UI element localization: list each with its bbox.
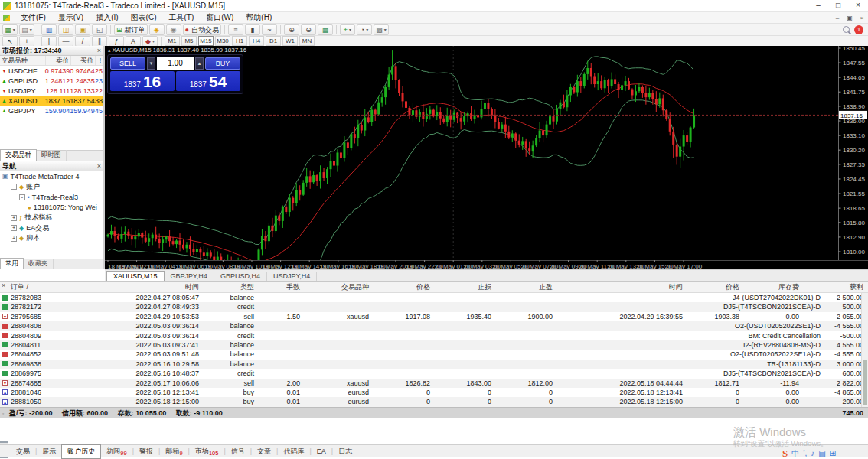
terminal-tab-7[interactable]: 信号	[226, 445, 250, 458]
terminal-close-icon[interactable]: ×	[2, 282, 5, 289]
terminal-tab-6[interactable]: 市场105	[190, 444, 224, 458]
minimize-button[interactable]: –	[808, 0, 828, 11]
zoom-out-button[interactable]: ⊖	[301, 24, 316, 35]
terminal-tab-11[interactable]: 日志	[333, 445, 357, 458]
terminal-toggle[interactable]: ◱	[92, 24, 107, 35]
data-window-toggle[interactable]: ◫	[58, 24, 73, 35]
scrollbar-thumb[interactable]	[863, 360, 867, 405]
notification-badge[interactable]: 1	[854, 25, 863, 34]
timeframe-m5[interactable]: M5	[181, 36, 197, 46]
tree-item-2[interactable]: -▪T4Trade-Real3	[0, 192, 103, 203]
input-lang-chinese[interactable]: 中	[791, 448, 799, 459]
new-order-button[interactable]: ⊞新订单	[114, 24, 148, 35]
new-chart-button[interactable]: ▦▾	[2, 24, 18, 35]
history-row[interactable]: 288699752022.05.16 10:48:37credit600.00D…	[0, 369, 868, 378]
symbol-row-usdjpy[interactable]: ▼USDJPY128.111128.13322	[0, 86, 103, 96]
sounds-button[interactable]: ◉	[166, 24, 181, 35]
tree-item-3[interactable]: ●13181075: Yong Wei	[0, 203, 103, 213]
cursor-tool[interactable]: ↖	[2, 36, 18, 47]
mdi-restore-button[interactable]: ▣	[844, 15, 856, 21]
tree-expander-icon[interactable]: +	[11, 236, 17, 242]
chart-tab-2[interactable]: GBPUSD,H4	[214, 272, 267, 281]
timeframe-m15[interactable]: M15	[198, 36, 214, 46]
tree-expander-icon[interactable]: -	[11, 184, 17, 190]
history-col-1[interactable]: 时间	[185, 282, 199, 292]
maximize-button[interactable]: □	[828, 0, 848, 11]
indicators-button[interactable]: +▾	[340, 24, 355, 35]
menu-item-0[interactable]: 文件(F)	[15, 12, 52, 23]
history-row[interactable]: 288048522022.05.03 09:51:48balance-4 555…	[0, 350, 868, 359]
terminal-tab-10[interactable]: EA	[312, 446, 331, 457]
market-watch-close-icon[interactable]: ×	[97, 47, 101, 54]
history-col-6[interactable]: 止损	[478, 282, 491, 292]
navigator-close-icon[interactable]: ×	[97, 162, 101, 170]
terminal-tab-5[interactable]: 邮箱9	[160, 444, 188, 458]
history-col-11[interactable]: 获利	[850, 282, 863, 292]
volume-increase-button[interactable]: ▲	[195, 57, 204, 70]
sell-button[interactable]: SELL	[110, 57, 145, 70]
timeframe-mn[interactable]: MN	[299, 36, 315, 46]
timeframe-w1[interactable]: W1	[282, 36, 298, 46]
tree-expander-icon[interactable]: -	[19, 194, 25, 200]
timeframe-h1[interactable]: H1	[232, 36, 247, 46]
sogou-logo-icon[interactable]: S	[782, 448, 788, 459]
tree-item-0[interactable]: ▣T4Trade MetaTrader 4	[0, 171, 103, 182]
menu-item-5[interactable]: 窗口(W)	[200, 12, 240, 23]
buy-button[interactable]: BUY	[205, 57, 240, 70]
history-row[interactable]: 288048112022.05.03 09:37:41balance4 555.…	[0, 340, 868, 350]
tree-item-1[interactable]: -◆账户	[0, 182, 103, 193]
trendline-tool[interactable]: /	[75, 36, 90, 47]
timeframe-m1[interactable]: M1	[165, 36, 180, 46]
history-row[interactable]: ▴288810502022.05.18 12:15:00buy0.01eurus…	[0, 397, 868, 406]
periods-button[interactable]: ◔▾	[357, 24, 372, 35]
history-row[interactable]: 288048082022.05.03 09:36:14balance-4 555…	[0, 321, 868, 330]
history-row[interactable]: 287820832022.04.27 08:05:47balance2 500.…	[0, 293, 868, 302]
history-col-3[interactable]: 手数	[286, 282, 300, 292]
terminal-tab-1[interactable]: 展示	[37, 445, 61, 458]
history-row[interactable]: ▾288748852022.05.17 10:06:06sell2.00xauu…	[0, 379, 868, 388]
history-col-8[interactable]: 时间	[669, 282, 683, 292]
terminal-tab-8[interactable]: 文章	[252, 445, 276, 458]
symbol-row-gbpjpy[interactable]: ▲GBPJPY159.904159.94945	[0, 106, 103, 116]
autotrading-button[interactable]: ●自动交易	[183, 24, 221, 35]
terminal-tab-3[interactable]: 新闻99	[101, 444, 132, 458]
navigator-toggle[interactable]: ▣	[75, 24, 90, 35]
mdi-minimize-button[interactable]: –	[831, 15, 844, 21]
chart-window[interactable]: 1850.451847.551844.651841.751838.901836.…	[105, 46, 868, 269]
timeframe-m30[interactable]: M30	[215, 36, 230, 46]
punctuation-mode-icon[interactable]: ’,	[803, 449, 807, 457]
symbol-row-xauusd[interactable]: ▲XAUUSD1837.161837.5438	[0, 96, 103, 106]
zoom-in-button[interactable]: ⊕	[284, 24, 299, 35]
mdi-close-button[interactable]: ×	[856, 15, 868, 21]
line-chart-button[interactable]: ~	[262, 24, 277, 35]
history-scrollbar[interactable]	[861, 293, 868, 407]
history-row[interactable]: 288048092022.05.03 09:36:14credit-500.00…	[0, 331, 868, 340]
fibonacci-tool[interactable]: ƒ	[109, 36, 124, 47]
collapse-arrow-icon[interactable]: ▴	[108, 47, 111, 53]
tree-expander-icon[interactable]: +	[11, 225, 17, 231]
market-watch-tab-0[interactable]: 交易品种	[0, 149, 37, 161]
market-watch-toggle[interactable]: ▥	[41, 24, 57, 35]
menu-item-6[interactable]: 帮助(H)	[240, 12, 278, 23]
metaeditor-button[interactable]: ◈	[149, 24, 165, 35]
history-col-4[interactable]: 交易品种	[341, 282, 369, 292]
menu-item-4[interactable]: 工具(T)	[162, 12, 200, 23]
soft-keyboard-icon[interactable]: ▤	[818, 449, 825, 457]
candlestick-chart-button[interactable]: ▮	[245, 24, 260, 35]
horizontal-line-tool[interactable]: —	[58, 36, 73, 47]
vertical-line-tool[interactable]: |	[41, 36, 57, 47]
chart-tab-0[interactable]: XAUUSD,M15	[106, 271, 165, 281]
bar-chart-button[interactable]: ≡	[228, 24, 243, 35]
timeframe-d1[interactable]: D1	[266, 36, 281, 46]
history-col-10[interactable]: 库存费	[778, 282, 799, 292]
voice-input-icon[interactable]: ♪	[811, 449, 814, 457]
history-row[interactable]: ▾287956852022.04.29 10:53:53sell1.50xauu…	[0, 312, 868, 321]
crosshair-tool[interactable]: +	[19, 36, 34, 47]
buy-price-display[interactable]: 1837 54	[176, 71, 240, 91]
sell-price-display[interactable]: 1837 16	[110, 71, 175, 91]
symbol-row-usdchf[interactable]: ▼USDCHF0.974390.9746425	[0, 66, 103, 76]
timeframe-h4[interactable]: H4	[249, 36, 264, 46]
tree-item-5[interactable]: +◆EA交易	[0, 223, 103, 234]
history-row[interactable]: 288698382022.05.16 10:29:58balance3 000.…	[0, 360, 868, 369]
tile-windows-button[interactable]: ▦	[318, 24, 333, 35]
